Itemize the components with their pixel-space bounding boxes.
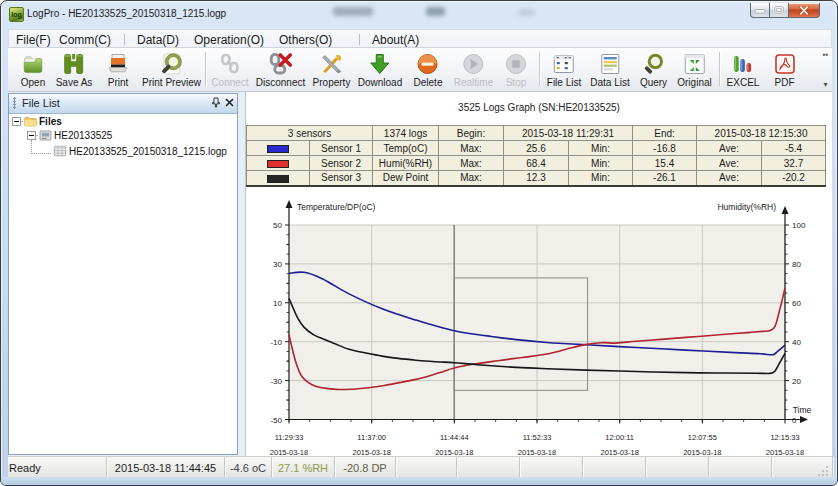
menu-operation[interactable]: Operation(O) <box>194 33 264 47</box>
connect-icon <box>217 52 243 76</box>
query-button[interactable]: Query <box>640 48 667 88</box>
file-tree: FilesHE20133525HE20133525_20150318_1215.… <box>9 115 237 454</box>
max-value-cell: 68.4 <box>504 156 569 171</box>
chart: Temperature/DP(oC)Humidity(%RH)Time50301… <box>246 192 833 456</box>
toolbar-overflow-handle[interactable]: ▪▪▾ <box>820 48 831 91</box>
save-icon <box>61 52 87 76</box>
close-button[interactable] <box>789 3 820 18</box>
toolbar-button-label: Print Preview <box>142 77 201 88</box>
end-time-cell: 2015-03-18 12:15:30 <box>697 126 826 141</box>
tree-collapse-box[interactable] <box>12 117 21 126</box>
pin-icon[interactable] <box>209 96 222 110</box>
left-tick-label: -50 <box>270 416 282 425</box>
left-tick-label: 30 <box>273 260 282 269</box>
save-as-button[interactable]: Save As <box>56 48 93 88</box>
x-axis-title: Time <box>793 405 812 415</box>
sensor-name-cell: Sensor 2 <box>310 156 373 171</box>
disconnect-button[interactable]: Disconnect <box>256 48 305 88</box>
x-tick-label: 12:07:55 <box>688 433 717 442</box>
status-empty <box>396 457 456 479</box>
sensors-count-cell: 3 sensors <box>247 126 373 141</box>
delete-icon <box>415 52 441 76</box>
x-tick-date: 2015-03-18 <box>683 448 721 456</box>
left-tick-label: 10 <box>273 299 282 308</box>
stop-icon <box>503 52 529 76</box>
delete-button[interactable]: Delete <box>414 48 443 88</box>
min-label-cell: Min: <box>569 141 633 156</box>
panel-close-icon[interactable] <box>223 96 236 110</box>
original-button[interactable]: Original <box>677 48 711 88</box>
query-icon <box>640 52 666 76</box>
document-area: 3525 Logs Graph (SN:HE20133525) 3 sensor… <box>245 92 832 456</box>
menu-data[interactable]: Data(D) <box>137 33 179 47</box>
ave-label-cell: Ave: <box>697 156 762 171</box>
sensor-row: Sensor 2Humi(%RH)Max:68.4Min:15.4Ave:32.… <box>247 156 826 171</box>
x-tick-label: 11:37:00 <box>357 433 386 442</box>
toolbar-button-label: Data List <box>590 77 629 88</box>
original-icon <box>682 52 708 76</box>
right-tick-label: 100 <box>792 221 806 230</box>
right-tick-label: 60 <box>792 299 801 308</box>
end-label-cell: End: <box>633 126 697 141</box>
toolbar-button-label: PDF <box>775 77 795 88</box>
print-button[interactable]: Print <box>105 48 131 88</box>
graph-title: 3525 Logs Graph (SN:HE20133525) <box>246 102 832 113</box>
sensor-color-swatch <box>267 175 289 183</box>
left-tick-label: -30 <box>270 377 282 386</box>
print-preview-button[interactable]: Print Preview <box>142 48 201 88</box>
download-button[interactable]: Download <box>358 48 402 88</box>
tree-collapse-box[interactable] <box>27 131 36 140</box>
tree-node[interactable]: HE20133525_20150318_1215.logp <box>31 143 227 159</box>
sensor-color-cell <box>247 141 310 156</box>
status-dewpoint: -20.8 DP <box>335 457 395 479</box>
ave-label-cell: Ave: <box>697 171 762 186</box>
data-list-icon <box>597 52 623 76</box>
maximize-button[interactable] <box>769 3 789 18</box>
print-icon <box>105 52 131 76</box>
toolbar-button-label: Realtime <box>454 77 493 88</box>
x-tick-date: 2015-03-18 <box>352 448 390 456</box>
file-list-icon <box>551 52 577 76</box>
tree-line <box>21 121 23 122</box>
toolbar-button-label: Stop <box>506 77 527 88</box>
menu-separator <box>124 34 125 45</box>
open-folder-icon <box>20 52 46 76</box>
max-label-cell: Max: <box>439 171 504 186</box>
menu-others[interactable]: Others(O) <box>279 33 332 47</box>
excel-button[interactable]: EXCEL <box>727 48 760 88</box>
menu-comm[interactable]: Comm(C) <box>59 33 111 47</box>
panel-grip[interactable] <box>13 97 16 109</box>
tree-node-label: HE20133525_20150318_1215.logp <box>69 146 227 157</box>
left-tick-label: -10 <box>270 338 282 347</box>
min-value-cell: 15.4 <box>633 156 697 171</box>
status-datetime: 2015-03-18 11:44:45 <box>107 457 224 479</box>
redacted-patch <box>333 7 373 16</box>
window-bottom-frame <box>1 477 837 485</box>
sensor-row: Sensor 3Dew PointMax:12.3Min:-26.1Ave:-2… <box>247 171 826 186</box>
open-button[interactable]: Open <box>20 48 46 88</box>
log-file-icon <box>53 145 67 157</box>
menu-file[interactable]: File(F) <box>16 33 51 47</box>
sensor-color-swatch <box>267 160 289 168</box>
stop-button: Stop <box>503 48 529 88</box>
sensor-color-cell <box>247 171 310 186</box>
minimize-button[interactable] <box>750 3 769 18</box>
menu-about[interactable]: About(A) <box>372 33 419 47</box>
begin-time-cell: 2015-03-18 11:29:31 <box>504 126 633 141</box>
property-button[interactable]: Property <box>313 48 351 88</box>
max-value-cell: 25.6 <box>504 141 569 156</box>
file-list-panel: File List FilesHE20133525HE20133525_2015… <box>8 93 238 455</box>
toolbar-button-label: Save As <box>56 77 93 88</box>
x-tick-label: 12:15:33 <box>770 433 799 442</box>
x-tick-date: 2015-03-18 <box>270 448 308 456</box>
maximize-icon <box>773 5 785 15</box>
sensor-color-cell <box>247 156 310 171</box>
pdf-button[interactable]: PDF <box>772 48 798 88</box>
data-list-button[interactable]: Data List <box>590 48 629 88</box>
file-list-button[interactable]: File List <box>547 48 581 88</box>
sensor-summary-table: 3 sensors1374 logsBegin:2015-03-18 11:29… <box>246 125 826 187</box>
disconnect-icon <box>268 52 294 76</box>
toolbar-button-label: EXCEL <box>727 77 760 88</box>
toolbar-separator <box>205 52 206 86</box>
x-tick-label: 11:52:33 <box>523 433 552 442</box>
